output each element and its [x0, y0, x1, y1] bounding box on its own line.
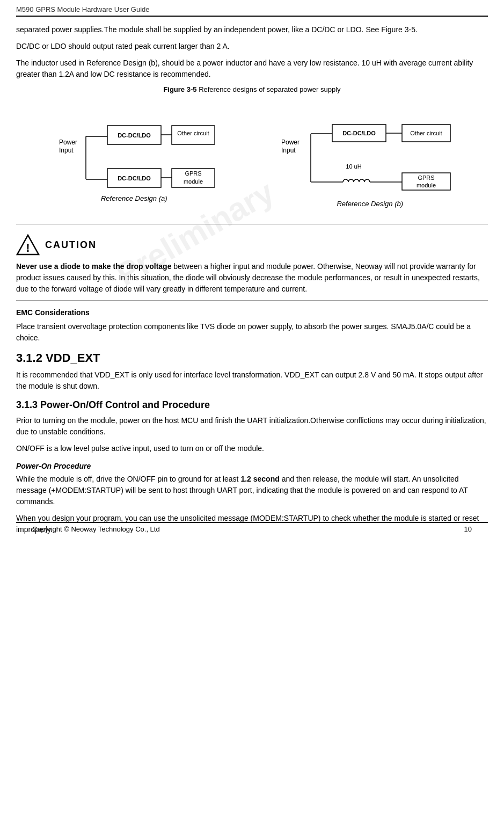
svg-text:!: !	[26, 241, 30, 254]
circuit-svg-b: Power Input DC-DC/LDO Other circui	[279, 104, 461, 195]
svg-text:DC-DC/LDO: DC-DC/LDO	[118, 175, 151, 181]
intro-para-3: The inductor used in Reference Design (b…	[16, 57, 488, 80]
footer-copyright: Copyright © Neoway Technology Co., Ltd	[32, 525, 160, 533]
section-312-heading: 3.1.2 VDD_EXT	[16, 351, 488, 365]
circuit-svg-a: Power Input DC-DC/LDO Other circui	[54, 104, 215, 190]
svg-text:DC-DC/LDO: DC-DC/LDO	[342, 130, 376, 136]
divider-1	[16, 224, 488, 224]
page-footer: Copyright © Neoway Technology Co., Ltd 1…	[16, 522, 488, 535]
svg-text:Power: Power	[59, 139, 77, 146]
svg-text:Other circuit: Other circuit	[411, 130, 442, 136]
svg-text:DC-DC/LDO: DC-DC/LDO	[118, 132, 151, 139]
figure-number: Figure 3-5	[163, 85, 196, 93]
svg-text:Input: Input	[59, 147, 74, 154]
svg-text:Other circuit: Other circuit	[177, 130, 209, 136]
circuit-diagram-container: Power Input DC-DC/LDO Other circui	[16, 99, 488, 213]
caution-icon: !	[16, 233, 40, 257]
svg-text:GPRS: GPRS	[418, 174, 435, 181]
header-title: M590 GPRS Module Hardware User Guide	[16, 5, 150, 13]
section-312-text: It is recommended that VDD_EXT is only u…	[16, 369, 488, 392]
svg-text:10 uH: 10 uH	[346, 163, 362, 170]
power-on-text1-pre: While the module is off, drive the ON/OF…	[16, 475, 240, 483]
power-on-text1-bold: 1.2 second	[240, 475, 279, 483]
section-313-heading: 3.1.3 Power-On/Off Control and Procedure	[16, 399, 488, 411]
power-on-text1: While the module is off, drive the ON/OF…	[16, 474, 488, 507]
figure-description: Reference designs of separated power sup…	[199, 85, 341, 93]
caution-text: Never use a diode to make the drop volta…	[16, 261, 488, 295]
intro-para-1: separated power supplies.The module shal…	[16, 24, 488, 35]
caution-bold-text: Never use a diode to make the drop volta…	[16, 262, 171, 271]
svg-text:Input: Input	[281, 147, 296, 154]
footer-page-number: 10	[464, 525, 472, 533]
design-a-label: Reference Design (a)	[101, 194, 167, 202]
circuit-design-b: Power Input DC-DC/LDO Other circui	[257, 104, 483, 208]
power-on-heading: Power-On Procedure	[16, 462, 488, 470]
page-header: M590 GPRS Module Hardware User Guide	[16, 5, 488, 17]
svg-text:module: module	[184, 178, 203, 185]
svg-text:GPRS: GPRS	[185, 170, 201, 177]
caution-header: ! CAUTION	[16, 233, 488, 257]
caution-title: CAUTION	[45, 239, 97, 251]
svg-text:Power: Power	[281, 139, 300, 146]
section-313-text2: ON/OFF is a low level pulse active input…	[16, 443, 488, 454]
circuit-design-a: Power Input DC-DC/LDO Other circui	[21, 104, 247, 202]
section-313-text1: Prior to turning on the module, power on…	[16, 415, 488, 438]
intro-para-2: DC/DC or LDO should output rated peak cu…	[16, 41, 488, 52]
emc-text: Place transient overvoltage protection c…	[16, 321, 488, 344]
emc-heading: EMC Considerations	[16, 308, 488, 317]
figure-label: Figure 3-5 Reference designs of separate…	[16, 85, 488, 93]
svg-text:module: module	[417, 182, 436, 188]
caution-section: ! CAUTION Never use a diode to make the …	[16, 233, 488, 301]
design-b-label: Reference Design (b)	[337, 200, 403, 208]
